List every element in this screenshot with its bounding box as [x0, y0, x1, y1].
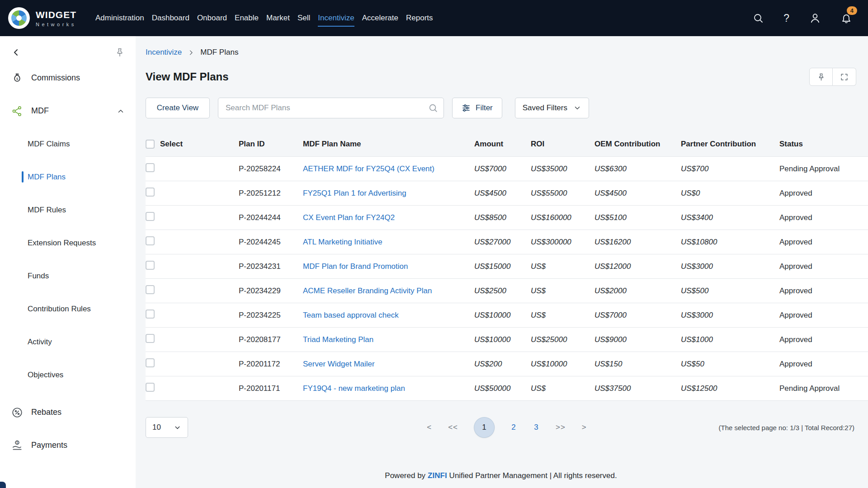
oem-contribution-cell: US$16200 [594, 238, 681, 247]
column-header-status: Status [779, 140, 868, 149]
table-row: P-20201172 Server Widget Mailer US$200 U… [146, 352, 868, 376]
roi-cell: US$160000 [531, 213, 594, 222]
search-input[interactable] [218, 98, 444, 118]
top-nav-item-administration[interactable]: Administration [95, 9, 144, 27]
roi-cell: US$ [531, 286, 594, 296]
page-button-3[interactable]: 3 [533, 423, 539, 432]
sidebar-item-mdf-plans[interactable]: MDF Plans [28, 160, 136, 193]
row-checkbox[interactable] [146, 236, 155, 245]
sidebar-item-commissions[interactable]: $ Commissions [0, 61, 136, 94]
footer-brand-link[interactable]: ZINFI [428, 471, 447, 480]
topbar-right: ? 4 [753, 12, 852, 24]
first-page-button[interactable]: << [448, 423, 458, 432]
sidebar-collapse-icon[interactable] [11, 47, 22, 58]
table-row: P-20208177 Triad Marketing Plan US$10000… [146, 328, 868, 352]
notifications-bell-icon[interactable]: 4 [841, 13, 852, 23]
column-header-select: Select [160, 140, 183, 149]
plan-name-link[interactable]: AETHER MDF for FY25Q4 (CX Event) [303, 164, 434, 173]
sidebar-item-mdf-claims[interactable]: MDF Claims [28, 127, 136, 160]
row-checkbox[interactable] [146, 188, 155, 197]
sidebar-item-contribution-rules[interactable]: Contribution Rules [28, 292, 136, 325]
top-nav-item-sell[interactable]: Sell [297, 9, 310, 27]
sidebar-item-payments[interactable]: $ Payments [0, 429, 136, 462]
plan-name-link[interactable]: FY25Q1 Plan 1 for Advertising [303, 189, 406, 197]
sidebar-item-rebates[interactable]: Rebates [0, 396, 136, 429]
column-header-roi: ROI [531, 140, 594, 149]
plan-name-link[interactable]: Triad Marketing Plan [303, 335, 373, 344]
brand-logo[interactable]: WIDGET Networks [8, 7, 76, 29]
table-row: P-20234225 Team based approval check US$… [146, 303, 868, 328]
create-view-button[interactable]: Create View [146, 98, 210, 118]
select-all-checkbox[interactable] [146, 140, 155, 149]
sidebar-item-funds[interactable]: Funds [28, 259, 136, 292]
row-checkbox[interactable] [146, 358, 155, 367]
sidebar-pin-icon[interactable] [115, 47, 125, 57]
filter-button-label: Filter [476, 103, 493, 113]
partner-contribution-cell: US$3000 [681, 311, 779, 320]
page-button-2[interactable]: 2 [510, 423, 517, 432]
page-size-select[interactable]: 10 [146, 417, 188, 438]
plan-id-cell: P-20201172 [239, 360, 303, 369]
breadcrumb: Incentivize MDF Plans [146, 48, 868, 57]
sidebar-item-objectives[interactable]: Objectives [28, 358, 136, 391]
table-header: Select Plan ID MDF Plan Name Amount ROI … [146, 132, 868, 156]
top-nav-item-onboard[interactable]: Onboard [197, 9, 227, 27]
top-nav-item-enable[interactable]: Enable [235, 9, 259, 27]
search-box [218, 98, 444, 118]
filter-button[interactable]: Filter [452, 98, 502, 118]
search-icon[interactable] [753, 13, 764, 23]
partner-contribution-cell: US$1000 [681, 335, 779, 344]
search-submit-icon[interactable] [425, 100, 441, 116]
plan-name-link[interactable]: Server Widget Mailer [303, 360, 375, 368]
table-row: P-20251212 FY25Q1 Plan 1 for Advertising… [146, 181, 868, 206]
top-nav-item-reports[interactable]: Reports [406, 9, 433, 27]
plan-name-link[interactable]: MDF Plan for Brand Promotion [303, 262, 408, 271]
partner-contribution-cell: US$0 [681, 189, 779, 198]
chat-widget-edge[interactable] [0, 482, 6, 488]
brand-logo-icon [8, 7, 30, 29]
column-header-plan-name: MDF Plan Name [303, 140, 474, 149]
amount-cell: US$10000 [474, 311, 531, 320]
user-icon[interactable] [809, 12, 821, 24]
next-page-button[interactable]: > [582, 423, 587, 432]
sidebar-item-mdf-rules[interactable]: MDF Rules [28, 193, 136, 226]
row-checkbox[interactable] [146, 310, 155, 319]
row-checkbox[interactable] [146, 261, 155, 270]
top-nav-item-accelerate[interactable]: Accelerate [362, 9, 398, 27]
status-cell: Approved [779, 238, 868, 247]
row-checkbox[interactable] [146, 163, 155, 172]
row-checkbox[interactable] [146, 383, 155, 392]
pin-page-button[interactable] [809, 68, 833, 86]
prev-page-button[interactable]: < [427, 423, 432, 432]
page-button-1[interactable]: 1 [474, 418, 494, 437]
plan-name-link[interactable]: CX Event Plan for FY24Q2 [303, 213, 395, 222]
help-icon[interactable]: ? [783, 12, 789, 24]
main-content: Incentivize MDF Plans View MDF Plans Cre… [136, 36, 868, 488]
sidebar-item-mdf[interactable]: MDF [0, 94, 136, 127]
table-row: P-20234229 ACME Reseller Branding Activi… [146, 279, 868, 303]
breadcrumb-parent-link[interactable]: Incentivize [146, 48, 182, 57]
plan-name-link[interactable]: ACME Reseller Branding Activity Plan [303, 286, 432, 295]
table-row: P-20234231 MDF Plan for Brand Promotion … [146, 254, 868, 279]
top-nav-item-incentivize[interactable]: Incentivize [318, 9, 354, 27]
status-cell: Pending Approval [779, 164, 868, 174]
oem-contribution-cell: US$150 [594, 360, 681, 369]
status-cell: Approved [779, 286, 868, 296]
last-page-button[interactable]: >> [556, 423, 566, 432]
row-checkbox[interactable] [146, 334, 155, 343]
sidebar-item-activity[interactable]: Activity [28, 325, 136, 358]
row-checkbox[interactable] [146, 285, 155, 294]
status-cell: Approved [779, 262, 868, 271]
plan-name-link[interactable]: ATL Marketing Initiative [303, 238, 382, 246]
top-nav-item-dashboard[interactable]: Dashboard [152, 9, 189, 27]
pagination-summary: (The selected page no: 1/3 | Total Recor… [719, 424, 854, 432]
top-nav-item-market[interactable]: Market [266, 9, 290, 27]
plan-name-link[interactable]: FY19Q4 - new marketing plan [303, 384, 405, 393]
amount-cell: US$2500 [474, 286, 531, 296]
sidebar-item-extension-requests[interactable]: Extension Requests [28, 226, 136, 259]
fullscreen-button[interactable] [833, 68, 856, 86]
saved-filters-dropdown[interactable]: Saved Filters [515, 98, 589, 118]
row-checkbox[interactable] [146, 212, 155, 221]
plan-name-link[interactable]: Team based approval check [303, 311, 399, 319]
partner-contribution-cell: US$3400 [681, 213, 779, 222]
